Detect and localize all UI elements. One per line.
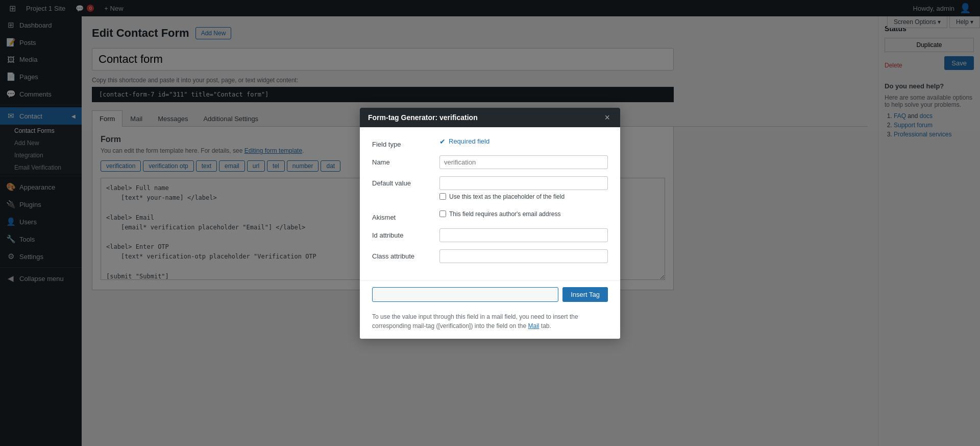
modal-title: Form-tag Generator: verification (368, 113, 478, 122)
placeholder-checkbox-row: Use this text as the placeholder of the … (439, 193, 608, 200)
akismet-checkbox-row: This field requires author's email addre… (439, 210, 608, 218)
mail-tab-link[interactable]: Mail (528, 322, 540, 330)
required-field-row: ✔ Required field (439, 137, 608, 146)
name-label: Name (372, 155, 433, 166)
required-field-label: Required field (449, 137, 489, 145)
placeholder-checkbox[interactable] (439, 193, 446, 200)
default-value-row: Default value Use this text as the place… (372, 176, 608, 203)
name-row: Name (372, 155, 608, 169)
modal-footer: [email* verification] Insert Tag To use … (360, 280, 620, 339)
placeholder-checkbox-label: Use this text as the placeholder of the … (449, 193, 565, 200)
id-attribute-input[interactable] (439, 228, 608, 242)
akismet-label: Akismet (372, 210, 433, 221)
checkmark-icon: ✔ (439, 137, 446, 146)
name-value (439, 155, 608, 169)
id-attribute-value (439, 228, 608, 242)
class-attribute-label: Class attribute (372, 249, 433, 260)
field-type-value: ✔ Required field (439, 137, 608, 146)
modal-hint: To use the value input through this fiel… (372, 307, 608, 331)
field-type-label: Field type (372, 137, 433, 148)
default-value-label: Default value (372, 176, 433, 187)
akismet-checkbox-label: This field requires author's email addre… (449, 210, 560, 218)
akismet-value: This field requires author's email addre… (439, 210, 608, 221)
modal-overlay: Form-tag Generator: verification × Field… (0, 0, 980, 446)
form-tag-generator-modal: Form-tag Generator: verification × Field… (360, 108, 620, 339)
class-attribute-row: Class attribute (372, 249, 608, 263)
field-type-row: Field type ✔ Required field (372, 137, 608, 148)
class-attribute-value (439, 249, 608, 263)
modal-close-button[interactable]: × (602, 113, 612, 122)
id-attribute-row: Id attribute (372, 228, 608, 242)
modal-body: Field type ✔ Required field Name Default… (360, 127, 620, 280)
name-input[interactable] (439, 155, 608, 169)
akismet-checkbox[interactable] (439, 210, 446, 217)
default-value-input[interactable] (439, 176, 608, 190)
class-attribute-input[interactable] (439, 249, 608, 263)
tag-preview-input[interactable]: [email* verification] (372, 287, 558, 302)
default-value-controls: Use this text as the placeholder of the … (439, 176, 608, 203)
insert-tag-button[interactable]: Insert Tag (562, 287, 608, 302)
id-attribute-label: Id attribute (372, 228, 433, 239)
akismet-row: Akismet This field requires author's ema… (372, 210, 608, 221)
modal-header: Form-tag Generator: verification × (360, 108, 620, 127)
